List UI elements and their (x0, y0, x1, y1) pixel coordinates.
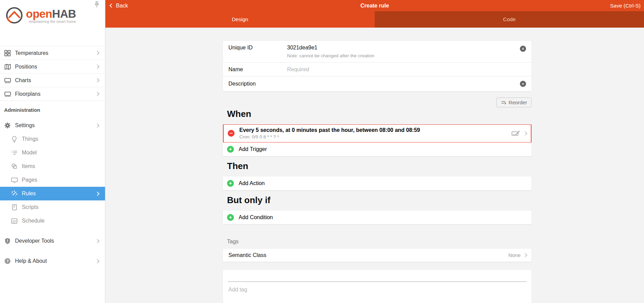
sidebar-item-label: Pages (22, 177, 37, 183)
sidebar-item-rules[interactable]: Rules (0, 187, 105, 200)
semantic-class-row[interactable]: Semantic Class None (223, 249, 531, 262)
sidebar-menu: Temperatures Positions Charts (0, 46, 105, 268)
tags-input-card: Add tag (223, 270, 531, 303)
semantic-class-label: Semantic Class (228, 252, 266, 258)
sidebar-item-schedule[interactable]: Schedule (0, 214, 105, 228)
unique-id-row: Unique ID 3021dea9e1 Note: cannot be cha… (223, 41, 531, 63)
chevron-right-icon (95, 259, 100, 263)
sidebar-item-label: Help & About (15, 258, 47, 264)
calendar-icon (10, 217, 18, 225)
chevron-right-icon (523, 253, 527, 258)
plus-icon: + (227, 146, 234, 153)
sidebar-item-label: Schedule (22, 218, 45, 224)
sidebar-item-help-about[interactable]: ? Help & About (0, 254, 105, 268)
sidebar-item-settings[interactable]: Settings (0, 119, 105, 132)
list-icon (10, 149, 18, 156)
add-condition-button[interactable]: + Add Condition (223, 211, 531, 224)
trigger-title: Every 5 seconds, at 0 minutes past the h… (239, 127, 420, 134)
tab-bar: Design Code (105, 11, 644, 28)
unique-id-value[interactable]: 3021dea9e1 (287, 45, 374, 51)
sidebar-item-scripts[interactable]: Scripts (0, 200, 105, 214)
top-navbar: Back Create rule Save (Ctrl-S) (105, 0, 644, 11)
trigger-item[interactable]: − Every 5 seconds, at 0 minutes past the… (223, 124, 531, 142)
save-button[interactable]: Save (Ctrl-S) (610, 3, 641, 9)
tags-section-label: Tags (227, 239, 531, 245)
sidebar-item-label: Positions (15, 64, 37, 70)
sidebar-item-items[interactable]: Items (0, 160, 105, 173)
grid-icon (3, 49, 12, 57)
sidebar-item-floorplans[interactable]: Floorplans (0, 87, 105, 101)
clear-unique-id-icon[interactable]: ✕ (520, 46, 526, 52)
sidebar-section-administration: Administration (0, 101, 105, 119)
shapes-icon (10, 163, 18, 170)
sidebar-item-label: Floorplans (15, 91, 41, 97)
sidebar-item-label: Rules (22, 191, 36, 197)
page-content: Unique ID 3021dea9e1 Note: cannot be cha… (105, 28, 644, 303)
gear-icon (3, 122, 12, 129)
chevron-right-icon (95, 123, 100, 128)
plus-icon: + (227, 180, 234, 187)
map-icon (3, 63, 12, 71)
condition-card: + Add Condition (223, 211, 531, 224)
openhab-logo: openHAB empowering the smart home (5, 5, 76, 25)
back-label: Back (116, 3, 128, 9)
sidebar-item-developer-tools[interactable]: Developer Tools (0, 234, 105, 248)
tag-chips-area (223, 270, 531, 282)
chevron-right-icon (523, 131, 527, 136)
sidebar-item-pages[interactable]: Pages (0, 173, 105, 187)
sidebar-item-positions[interactable]: Positions (0, 60, 105, 74)
document-icon (10, 203, 18, 211)
tab-code[interactable]: Code (375, 11, 644, 28)
rule-meta-card: Unique ID 3021dea9e1 Note: cannot be cha… (223, 41, 531, 91)
add-action-button[interactable]: + Add Action (223, 177, 531, 190)
trigger-cron: Cron: 0/5 0 8 * * ? * (239, 134, 420, 140)
sidebar-item-label: Developer Tools (15, 238, 54, 244)
clear-description-icon[interactable]: ✕ (520, 81, 526, 87)
reorder-button[interactable]: Reorder (496, 97, 531, 107)
tab-design[interactable]: Design (105, 11, 375, 28)
sidebar-item-model[interactable]: Model (0, 146, 105, 160)
sidebar-item-label: Charts (15, 77, 31, 84)
reorder-icon (501, 101, 506, 105)
unique-id-field[interactable]: 3021dea9e1 Note: cannot be changed after… (287, 45, 374, 58)
shield-exclamation-icon (3, 237, 12, 245)
add-trigger-button[interactable]: + Add Trigger (223, 142, 531, 156)
then-card: + Add Action (223, 177, 531, 190)
sidebar-item-label: Settings (15, 122, 35, 128)
sidebar-item-label: Temperatures (15, 50, 48, 56)
edit-icon[interactable] (511, 130, 520, 136)
sidebar-item-charts[interactable]: Charts (0, 74, 105, 87)
add-tag-input[interactable]: Add tag (223, 282, 531, 293)
semantic-class-value: None (508, 252, 521, 258)
unique-id-note: Note: cannot be changed after the creati… (287, 53, 374, 58)
board-icon (3, 77, 12, 84)
chevron-right-icon (95, 51, 100, 55)
name-input[interactable]: Required (287, 66, 309, 73)
pushpin-icon[interactable] (93, 1, 100, 9)
sidebar-item-label: Model (22, 150, 37, 156)
remove-trigger-icon[interactable]: − (228, 130, 235, 137)
description-label: Description (228, 81, 287, 87)
chevron-left-icon (109, 3, 114, 8)
question-circle-icon: ? (3, 257, 12, 265)
add-trigger-label: Add Trigger (239, 146, 267, 152)
chevron-right-icon (95, 78, 100, 82)
sidebar-item-label: Scripts (22, 204, 39, 210)
board-icon (3, 90, 12, 98)
chevron-right-icon (95, 239, 100, 243)
magic-wand-icon (10, 190, 18, 197)
when-heading: When (227, 109, 531, 119)
sidebar-item-label: Things (22, 136, 38, 142)
add-action-label: Add Action (239, 180, 265, 186)
logo-tagline: empowering the smart home (26, 20, 76, 24)
page-title: Create rule (105, 3, 644, 9)
back-button[interactable]: Back (105, 3, 128, 9)
main-area: Back Create rule Save (Ctrl-S) Design Co… (105, 0, 644, 303)
svg-text:?: ? (6, 259, 9, 263)
then-heading: Then (227, 161, 531, 171)
logo-word-open: open (26, 7, 52, 20)
sidebar-item-temperatures[interactable]: Temperatures (0, 46, 105, 60)
chevron-right-icon (95, 64, 100, 69)
monitor-icon (10, 176, 18, 184)
sidebar-item-things[interactable]: Things (0, 132, 105, 146)
